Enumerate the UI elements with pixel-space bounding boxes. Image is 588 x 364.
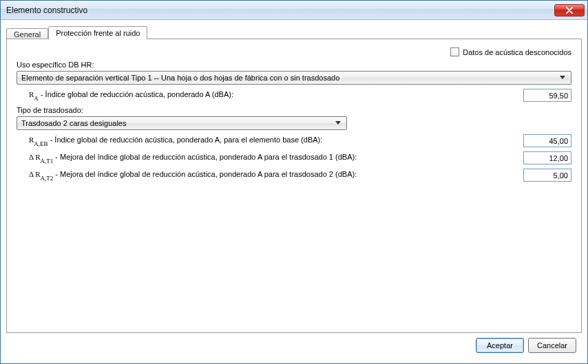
titlebar: Elemento constructivo (1, 1, 587, 20)
chevron-down-icon (333, 121, 344, 125)
tabstrip: General Protección frente al ruido (6, 24, 582, 39)
dialog-footer: Aceptar Cancelar (6, 333, 582, 358)
raeb-input[interactable] (523, 134, 571, 147)
rat1-label: Δ RA,T1 - Mejora del índice global de re… (17, 153, 516, 163)
tab-noise-protection[interactable]: Protección frente al ruido (48, 26, 147, 39)
rat2-row: Δ RA,T2 - Mejora del índice global de re… (17, 169, 571, 182)
dialog-window: Elemento constructivo General Protección… (0, 0, 588, 364)
unknown-acoustic-label: Datos de acústica desconocidos (463, 48, 571, 56)
trasdosado-type-select[interactable]: Trasdosado 2 caras desiguales (17, 116, 347, 130)
rat1-row: Δ RA,T1 - Mejora del índice global de re… (17, 151, 571, 164)
chevron-down-icon (557, 76, 568, 80)
ra-input[interactable] (523, 89, 571, 102)
cancel-button[interactable]: Cancelar (528, 338, 576, 353)
tab-panel-noise: Datos de acústica desconocidos Uso espec… (6, 39, 582, 333)
window-title: Elemento constructivo (6, 6, 554, 15)
raeb-label: RA,EB - Índice global de reducción acúst… (17, 136, 516, 146)
db-hr-select[interactable]: Elemento de separación vertical Tipo 1 -… (17, 71, 571, 85)
rat2-input[interactable] (523, 169, 571, 182)
trasdosado-type-value: Trasdosado 2 caras desiguales (21, 119, 333, 127)
ra-label: RA - Índice global de reducción acústica… (17, 90, 516, 100)
rat2-label: Δ RA,T2 - Mejora del índice global de re… (17, 170, 516, 180)
accept-button[interactable]: Aceptar (476, 338, 524, 353)
trasdosado-type-label: Tipo de trasdosado: (17, 106, 571, 114)
db-hr-select-value: Elemento de separación vertical Tipo 1 -… (21, 74, 557, 82)
close-icon (565, 7, 574, 14)
raeb-row: RA,EB - Índice global de reducción acúst… (17, 134, 571, 147)
unknown-acoustic-row: Datos de acústica desconocidos (17, 47, 571, 56)
client-area: General Protección frente al ruido Datos… (1, 20, 587, 363)
ra-row: RA - Índice global de reducción acústica… (17, 89, 571, 102)
close-button[interactable] (554, 4, 585, 17)
rat1-input[interactable] (523, 151, 571, 164)
db-hr-label: Uso específico DB HR: (17, 61, 571, 69)
unknown-acoustic-checkbox[interactable] (450, 47, 459, 56)
